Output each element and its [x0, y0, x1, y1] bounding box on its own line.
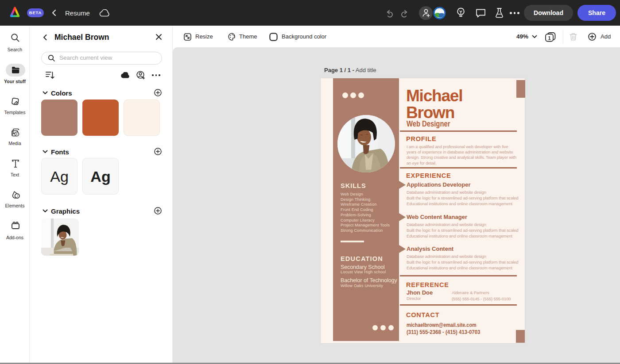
svg-text:1: 1 — [548, 35, 550, 41]
